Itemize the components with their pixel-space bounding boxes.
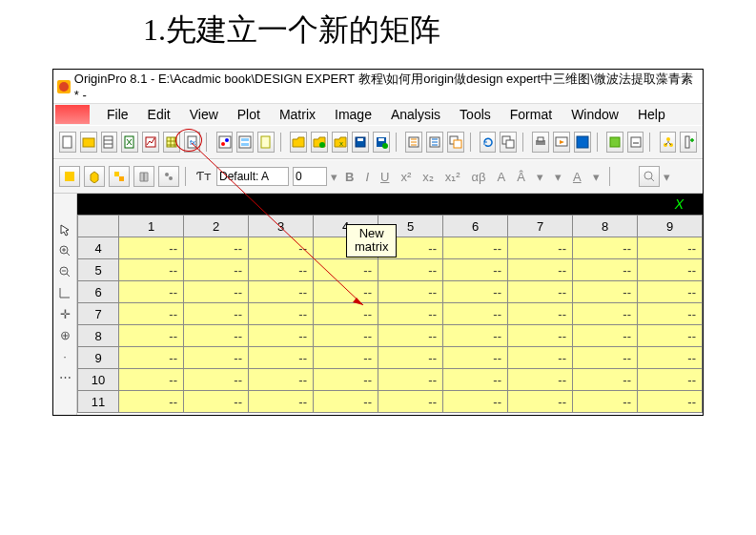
matrix-cell[interactable]: -- [314,303,378,325]
matrix-cell[interactable]: -- [314,391,378,413]
matrix-cell[interactable]: -- [119,303,184,325]
explorer-button[interactable] [574,132,591,153]
zoom-tool-button[interactable] [639,166,660,187]
matrix-cell[interactable]: -- [249,391,314,413]
menu-plot[interactable]: Plot [228,105,270,124]
font-color-button[interactable]: A [569,170,585,184]
matrix-cell[interactable]: -- [573,325,638,347]
matrix-cell[interactable]: -- [119,369,184,391]
matrix-cell[interactable]: -- [508,325,573,347]
matrix-cell[interactable]: -- [638,303,703,325]
row-header[interactable]: 9 [78,347,119,369]
new-function-button[interactable]: fx [184,132,201,153]
row-header[interactable]: 5 [78,259,119,281]
matrix-cell[interactable]: -- [508,281,573,303]
refresh-button[interactable] [480,132,497,153]
misc2-button[interactable]: ▾ [533,170,547,184]
row-header[interactable]: 8 [78,325,119,347]
matrix-cell[interactable]: -- [249,281,314,303]
save-template-button[interactable] [373,132,390,153]
italic-button[interactable]: I [361,170,373,184]
matrix-cell[interactable]: -- [638,281,703,303]
pointer-tool[interactable] [57,222,72,237]
new-layout-button[interactable] [236,132,254,153]
matrix-cell[interactable]: -- [573,369,638,391]
matrix-cell[interactable]: -- [508,259,573,281]
new-excel-button[interactable] [121,132,138,153]
menu-window[interactable]: Window [562,105,628,124]
matrix-cell[interactable]: -- [638,347,703,369]
menu-view[interactable]: View [180,105,228,124]
matrix-cell[interactable]: -- [443,391,508,413]
matrix-cell[interactable]: -- [638,259,703,281]
row-header[interactable]: 11 [78,391,119,413]
matrix-cell[interactable]: -- [638,391,703,413]
matrix-cell[interactable]: -- [378,325,443,347]
col-header[interactable]: 6 [443,216,508,237]
matrix-cell[interactable]: -- [443,259,508,281]
matrix-cell[interactable]: -- [378,347,443,369]
matrix-cell[interactable]: -- [184,325,249,347]
cursor-tool[interactable]: · [57,348,72,363]
row-header[interactable]: 4 [78,237,119,259]
bold-button[interactable]: B [341,170,358,184]
matrix-cell[interactable]: -- [314,281,378,303]
matrix-cell[interactable]: -- [443,347,508,369]
matrix-cell[interactable]: -- [573,259,638,281]
matrix-cell[interactable]: -- [573,281,638,303]
col-header[interactable]: 8 [573,216,638,237]
menu-help[interactable]: Help [628,105,675,124]
matrix-cell[interactable]: -- [573,347,638,369]
font-size-input[interactable] [293,167,327,186]
matrix-cell[interactable]: -- [443,281,508,303]
results-log-button[interactable] [606,132,623,153]
col-header[interactable]: 1 [119,216,184,237]
matrix-cell[interactable]: -- [314,325,378,347]
reader-tool[interactable]: ✛ [57,306,72,321]
region-tool[interactable]: ⋯ [57,369,72,384]
col-header[interactable] [78,216,119,237]
matrix-cell[interactable]: -- [378,369,443,391]
matrix-cell[interactable]: -- [314,259,378,281]
text-tool-icon[interactable]: Ƭᴛ [195,168,213,185]
matrix-cell[interactable]: -- [119,391,184,413]
superscript-button[interactable]: x² [397,170,415,184]
matrix-cell[interactable]: -- [249,303,314,325]
matrix-cell[interactable]: -- [249,259,314,281]
matrix-cell[interactable]: -- [184,347,249,369]
style-book-button[interactable] [133,166,154,187]
code-builder-button[interactable] [627,132,644,153]
matrix-cell[interactable]: -- [378,259,443,281]
row-header[interactable]: 7 [78,303,119,325]
data-reader-tool[interactable]: ⊕ [57,327,72,342]
matrix-cell[interactable]: -- [119,259,184,281]
matrix-cell[interactable]: -- [184,303,249,325]
menu-format[interactable]: Format [501,105,562,124]
misc4-button[interactable]: ▾ [589,170,603,184]
matrix-cell[interactable]: -- [119,281,184,303]
matrix-cell[interactable]: -- [638,325,703,347]
import-wizard-button[interactable] [405,132,422,153]
import-single-button[interactable] [426,132,443,153]
row-header[interactable]: 10 [78,369,119,391]
new-workbook-button[interactable] [101,132,118,153]
new-2d-plot-button[interactable] [216,132,234,153]
duplicate-button[interactable] [500,132,517,153]
menu-image[interactable]: Image [325,105,381,124]
matrix-cell[interactable]: -- [249,347,314,369]
matrix-cell[interactable]: -- [573,391,638,413]
col-header[interactable]: 2 [184,216,249,237]
matrix-cell[interactable]: -- [378,391,443,413]
menu-file[interactable]: File [97,105,138,124]
matrix-cell[interactable]: -- [508,303,573,325]
underline-button[interactable]: U [377,170,393,184]
new-graph-button[interactable] [142,132,159,153]
matrix-cell[interactable]: -- [249,369,314,391]
misc1-button[interactable]: Â [513,170,529,184]
open-button[interactable] [290,132,307,153]
col-header[interactable]: 3 [249,216,314,237]
add-column-button[interactable] [680,132,697,153]
matrix-cell[interactable]: -- [184,369,249,391]
matrix-cell[interactable]: -- [508,391,573,413]
col-header[interactable]: 9 [638,216,703,237]
